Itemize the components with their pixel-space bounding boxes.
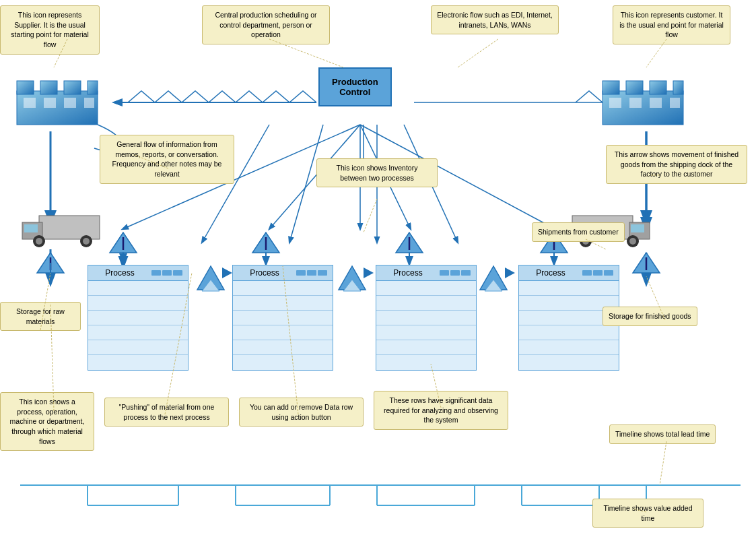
svg-rect-64: [40, 81, 57, 94]
svg-marker-44: [633, 253, 660, 273]
svg-rect-67: [24, 98, 36, 108]
svg-marker-34: [110, 232, 137, 253]
callout-data-row: You can add or remove Data row using act…: [239, 398, 364, 427]
callout-prod-control-text: Central production scheduling or control…: [215, 11, 316, 38]
callout-process-text: This icon shows a process, operation, ma…: [10, 398, 85, 445]
callout-supplier: This icon represents Supplier. It is the…: [0, 5, 100, 55]
callout-data-significant-text: These rows have significant data require…: [384, 396, 498, 424]
supplier-truck-icon: [19, 209, 106, 251]
callout-customer: This icon represents customer. It is the…: [613, 5, 730, 44]
callout-inventory: This icon shows Inventory between two pr…: [316, 158, 438, 187]
process-box-3: Process: [376, 265, 477, 371]
process-1-label: Process: [91, 268, 149, 278]
process-box-2: Process: [232, 265, 333, 371]
callout-data-significant: These rows have significant data require…: [374, 391, 508, 430]
svg-marker-38: [396, 232, 423, 253]
callout-timeline-value-text: Timeline shows value added time: [603, 504, 692, 522]
svg-point-84: [36, 238, 42, 245]
callout-shipments-text: Shipments from customer: [538, 228, 619, 236]
callout-timeline-total: Timeline shows total lead time: [609, 424, 716, 444]
svg-rect-65: [64, 81, 81, 94]
svg-marker-51: [485, 280, 502, 291]
callout-finished-goods-text: This arrow shows movement of finished go…: [615, 150, 738, 178]
callout-storage-raw-text: Storage for raw materials: [16, 307, 65, 325]
svg-rect-78: [650, 98, 662, 108]
svg-rect-80: [39, 216, 100, 239]
callout-push-text: "Pushing" of material from one process t…: [119, 403, 215, 421]
callout-supplier-text: This icon represents Supplier. It is the…: [11, 11, 89, 49]
callout-finished-goods-arrow: This arrow shows movement of finished go…: [606, 145, 747, 184]
callout-inventory-text: This icon shows Inventory between two pr…: [337, 164, 418, 182]
svg-rect-72: [603, 81, 619, 94]
svg-marker-46: [197, 266, 224, 290]
svg-point-86: [83, 238, 90, 245]
svg-rect-82: [24, 224, 38, 232]
svg-rect-89: [631, 224, 644, 232]
svg-rect-69: [64, 98, 76, 108]
callout-electronic-flow: Electronic flow such as EDI, Internet, i…: [431, 5, 559, 34]
process-2-label: Process: [236, 268, 294, 278]
callout-prod-control: Central production scheduling or control…: [202, 5, 330, 44]
callout-shipments: Shipments from customer: [532, 222, 625, 242]
svg-marker-50: [480, 266, 507, 290]
svg-rect-73: [626, 81, 643, 94]
production-control-box: Production Control: [318, 67, 392, 106]
callout-storage-finished-text: Storage for finished goods: [609, 312, 691, 320]
svg-marker-48: [339, 266, 366, 290]
svg-rect-63: [17, 81, 34, 94]
callout-customer-text: This icon represents customer. It is the…: [619, 11, 724, 38]
svg-line-96: [458, 39, 498, 67]
process-box-1: Process: [88, 265, 188, 371]
svg-rect-79: [670, 98, 680, 108]
callout-process-icon: This icon shows a process, operation, ma…: [0, 392, 94, 451]
callout-storage-raw: Storage for raw materials: [0, 302, 81, 331]
svg-marker-47: [202, 280, 219, 291]
svg-point-93: [629, 238, 636, 245]
svg-marker-5: [333, 268, 374, 278]
process-4-label: Process: [522, 268, 580, 278]
svg-marker-36: [252, 232, 279, 253]
svg-rect-77: [629, 98, 642, 108]
svg-line-99: [364, 199, 377, 232]
callout-data-row-text: You can add or remove Data row using act…: [250, 403, 353, 421]
callout-info-flow: General flow of information from memos, …: [100, 135, 234, 184]
svg-marker-4: [192, 268, 232, 278]
supplier-factory-icon: [13, 67, 101, 128]
svg-rect-75: [673, 81, 683, 94]
svg-marker-49: [343, 280, 361, 291]
callout-timeline-value: Timeline shows value added time: [592, 499, 703, 528]
svg-line-108: [660, 441, 666, 485]
svg-marker-6: [475, 268, 515, 278]
svg-rect-68: [44, 98, 56, 108]
prod-control-label: Production: [332, 77, 378, 87]
svg-marker-42: [37, 253, 64, 273]
callout-push: "Pushing" of material from one process t…: [104, 398, 229, 427]
svg-rect-70: [84, 98, 94, 108]
customer-factory-icon: [599, 67, 687, 128]
callout-timeline-total-text: Timeline shows total lead time: [615, 430, 710, 438]
callout-electronic-text: Electronic flow such as EDI, Internet, i…: [437, 11, 553, 29]
svg-rect-74: [650, 81, 666, 94]
callout-info-text: General flow of information from memos, …: [112, 140, 222, 178]
process-3-label: Process: [379, 268, 437, 278]
prod-control-label2: Control: [339, 87, 370, 97]
callout-storage-finished: Storage for finished goods: [603, 307, 697, 326]
svg-rect-66: [88, 81, 98, 94]
svg-rect-76: [609, 98, 621, 108]
